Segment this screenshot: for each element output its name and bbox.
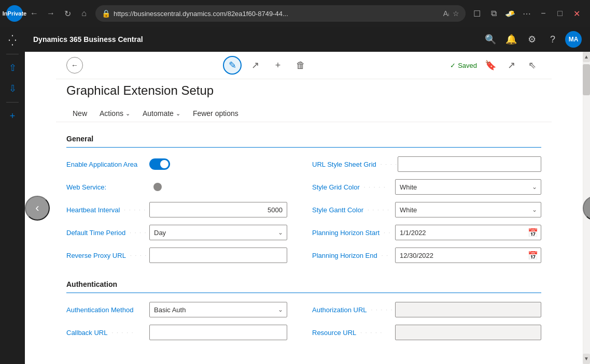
reverse-proxy-url-row: Reverse Proxy URL · · · · [66,247,287,264]
user-avatar[interactable]: MA [565,31,582,48]
resource-url-dots: · · · · · [360,330,383,336]
planning-end-calendar-icon[interactable]: 📅 [528,251,538,260]
sidebar-nav-down-button[interactable]: ⇩ [3,79,22,98]
extensions-button[interactable]: 🧈 [503,6,517,21]
maximize-button[interactable]: □ [553,6,567,21]
enable-application-area-toggle[interactable] [149,158,170,170]
scroll-up-icon: ▲ [583,52,590,62]
toolbar-center: ✎ ↗ + 🗑 [85,56,448,75]
app-layout: ⁛ ⇧ ⇩ + Dynamics 365 Business Central 🔍 … [0,27,590,364]
callback-url-label: Callback URL · · · · · [66,329,149,337]
scrollbar-down-arrow[interactable]: ▼ [583,354,590,364]
minimize-button[interactable]: − [536,6,551,21]
automate-chevron-icon: ⌄ [176,110,180,117]
browser-chrome: InPrivate ← → ↻ ⌂ 🔒 https://businesscent… [0,0,590,27]
saved-status: ✓ Saved [450,62,477,69]
bottom-padding [56,353,552,364]
planning-horizon-end-control: 📅 [395,247,541,263]
browser-profile-avatar[interactable]: InPrivate [6,5,23,22]
delete-button[interactable]: 🗑 [291,56,310,75]
resource-url-input[interactable] [395,325,541,340]
add-button[interactable]: + [269,56,287,75]
search-button[interactable]: 🔍 [482,31,499,48]
page-scroll[interactable]: ← ✎ ↗ + 🗑 ✓ Saved 🔖 ↗ [25,52,583,364]
notifications-button[interactable]: 🔔 [503,31,519,48]
callback-url-control [149,325,287,340]
planning-horizon-end-label: Planning Horizon End · · [312,252,395,259]
settings-button[interactable]: ⚙ [524,31,540,48]
collections-button[interactable]: ⧉ [486,6,501,21]
browser-forward-button[interactable]: → [44,6,58,21]
new-button[interactable]: New [66,106,93,122]
style-gantt-color-label: Style Gantt Color · · · · · [312,206,395,214]
open-new-button[interactable]: ↗ [502,56,521,75]
planning-horizon-start-input[interactable] [395,225,541,240]
bookmark-button[interactable]: 🔖 [481,56,500,75]
browser-reload-button[interactable]: ↻ [60,6,75,21]
sidebar-grid-button[interactable]: ⁛ [3,31,22,50]
sidebar-divider-2 [6,102,19,103]
browser-address-bar[interactable]: 🔒 https://businesscentral.dynamics.com/8… [95,5,466,22]
toggle-knob [160,160,168,168]
browser-home-button[interactable]: ⌂ [77,6,91,21]
heartbeat-dots: · · · · · [124,207,146,213]
back-button[interactable]: ← [66,57,83,74]
sidebar-add-button[interactable]: + [3,107,22,125]
url-style-sheet-grid-input[interactable] [398,156,541,172]
default-time-period-control: Day Week Month ⌄ [149,225,287,240]
planning-horizon-end-row: Planning Horizon End · · 📅 [312,247,541,264]
heartbeat-interval-input[interactable] [149,202,287,217]
style-grid-color-row: Style Grid Color · · · · · White Black B… [312,179,541,195]
style-grid-dots: · · · · · [364,184,386,190]
sidebar-nav-up-button[interactable]: ⇧ [3,59,22,77]
profile-icon: Aᵢ [443,9,449,18]
auth-url-dots: · · · · · [371,307,394,313]
heartbeat-interval-control [149,202,287,217]
fewer-options-button[interactable]: Fewer options [187,106,245,122]
general-right-column: URL Style Sheet Grid · · · · St [304,156,541,264]
enable-application-area-control [149,158,287,170]
browser-nav-buttons: ← → ↻ ⌂ [27,6,91,21]
scrollbar-thumb[interactable] [583,64,590,95]
heartbeat-interval-row: Heartbeat Interval · · · · · [66,201,287,218]
automate-button[interactable]: Automate ⌄ [136,106,187,122]
actions-chevron-icon: ⌄ [125,110,130,117]
expand-button[interactable]: ⇖ [523,56,541,75]
app-header: Dynamics 365 Business Central 🔍 🔔 ⚙ ? MA [25,27,590,52]
command-bar: New Actions ⌄ Automate ⌄ Fewer options [56,106,552,122]
close-button[interactable]: ✕ [569,6,584,21]
authorization-url-control [395,302,541,317]
toolbar-right-icons: 🔖 ↗ ⇖ [481,56,541,75]
sidebar-divider [6,54,19,54]
general-form-grid: Enable Application Area [66,156,541,264]
tab-button[interactable]: ☐ [470,6,484,21]
planning-end-dots: · · [382,253,389,258]
help-button[interactable]: ? [544,31,561,48]
scrollbar-up-arrow[interactable]: ▲ [583,52,590,62]
url-style-sheet-grid-row: URL Style Sheet Grid · · · · [312,156,541,172]
auth-method-select[interactable]: Basic Auth OAuth None [149,302,287,317]
toolbar-right: ✓ Saved 🔖 ↗ ⇖ [450,56,541,75]
planning-horizon-end-input[interactable] [395,247,541,263]
style-gantt-color-row: Style Gantt Color · · · · · White Black … [312,201,541,218]
enable-application-area-row: Enable Application Area [66,156,287,172]
browser-back-button[interactable]: ← [27,6,41,21]
style-gantt-color-control: White Black Blue ⌄ [395,202,541,217]
check-icon: ✓ [450,62,456,69]
left-sidebar: ⁛ ⇧ ⇩ + [0,27,25,364]
edit-button[interactable]: ✎ [223,56,242,75]
main-app: Dynamics 365 Business Central 🔍 🔔 ⚙ ? MA… [25,27,590,364]
actions-button[interactable]: Actions ⌄ [93,106,136,122]
default-time-period-select[interactable]: Day Week Month [149,225,287,240]
style-grid-color-select[interactable]: White Black Blue [395,179,541,195]
callback-url-input[interactable] [149,325,287,340]
reverse-proxy-url-input[interactable] [149,247,287,263]
more-button[interactable]: ⋯ [519,6,534,21]
authentication-section-title: Authentication [66,276,541,293]
star-icon: ☆ [453,9,459,18]
share-button[interactable]: ↗ [246,56,264,75]
prev-record-button[interactable]: ‹ [25,196,50,221]
planning-start-calendar-icon[interactable]: 📅 [528,228,538,238]
style-gantt-color-select[interactable]: White Black Blue [395,202,541,217]
authorization-url-input[interactable] [395,302,541,317]
